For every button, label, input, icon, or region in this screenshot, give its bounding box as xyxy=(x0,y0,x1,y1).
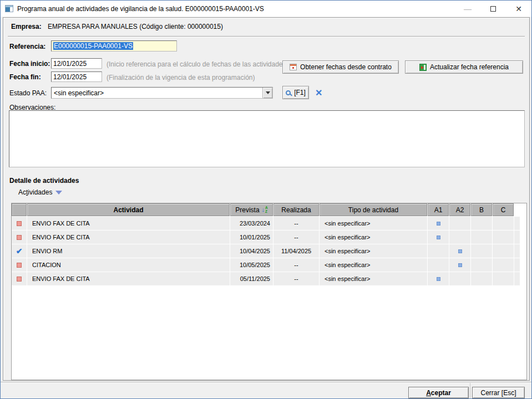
cell-actividad: ENVIO RM xyxy=(27,244,230,258)
cell-tipo: <sin especificar> xyxy=(320,258,427,272)
observaciones-textarea[interactable] xyxy=(9,110,525,167)
cell-realizada: -- xyxy=(273,231,319,244)
go-arrow-icon xyxy=(419,64,427,71)
cell-tipo: <sin especificar> xyxy=(320,231,427,244)
cell-b xyxy=(471,244,492,258)
cell-filler xyxy=(514,258,520,272)
aceptar-label: Aceptar xyxy=(426,389,451,397)
blue-mark-icon xyxy=(458,263,462,267)
blue-mark-icon xyxy=(437,277,440,281)
table-header-row: Actividad Prevista ↓ AZ Realizada Tipo d… xyxy=(12,203,520,216)
referencia-label: Referencia: xyxy=(9,43,45,50)
cell-b xyxy=(471,217,492,230)
table-row[interactable]: ENVIO FAX DE CITA23/03/2024--<sin especi… xyxy=(12,217,520,230)
cell-filler xyxy=(514,272,520,285)
cell-filler xyxy=(514,231,520,244)
estado-paa-combobox[interactable]: <sin especificar> xyxy=(51,87,273,99)
cerrar-label: Cerrar [Esc] xyxy=(480,389,516,397)
table-row[interactable]: ENVIO FAX DE CITA10/01/2025--<sin especi… xyxy=(12,231,520,244)
actividades-menu-label: Actividades xyxy=(18,188,52,196)
app-icon xyxy=(5,5,13,12)
cell-realizada: -- xyxy=(273,272,319,285)
header-a2[interactable]: A2 xyxy=(449,203,470,216)
header-b[interactable]: B xyxy=(471,203,492,216)
header-c[interactable]: C xyxy=(493,203,514,216)
cell-filler xyxy=(514,244,520,258)
cell-realizada: -- xyxy=(273,217,319,230)
referencia-input[interactable]: E000000015-PAA0001-VS xyxy=(51,40,177,52)
table-body: ENVIO FAX DE CITA23/03/2024--<sin especi… xyxy=(12,217,520,285)
cell-b xyxy=(471,231,492,244)
fecha-inicio-label: Fecha inicio: xyxy=(9,60,50,68)
fecha-fin-value: 12/01/2025 xyxy=(53,73,87,81)
cell-actividad: ENVIO FAX DE CITA xyxy=(27,217,230,230)
cell-c xyxy=(493,217,514,230)
header-prevista-label: Prevista xyxy=(235,206,259,214)
cell-filler xyxy=(514,217,520,230)
search-icon xyxy=(286,90,291,95)
fecha-inicio-value: 12/01/2025 xyxy=(53,60,87,68)
fecha-inicio-input[interactable]: 12/01/2025 xyxy=(51,58,102,69)
cell-a1 xyxy=(428,272,449,285)
status-done-check-icon: ✔ xyxy=(12,244,27,258)
obtener-fechas-label: Obtener fechas desde contrato xyxy=(300,63,392,71)
fecha-fin-label: Fecha fin: xyxy=(9,73,41,81)
cell-prevista: 10/01/2025 xyxy=(230,231,273,244)
actividades-menu-button[interactable]: Actividades xyxy=(18,188,62,196)
status-pending-square-icon xyxy=(12,272,27,285)
contract-window-icon xyxy=(290,64,297,70)
footer-separator xyxy=(1,382,531,383)
separator xyxy=(8,36,525,37)
header-tipo[interactable]: Tipo de actividad xyxy=(320,203,427,216)
aceptar-button[interactable]: Aceptar xyxy=(408,387,469,398)
minimize-button[interactable]: — xyxy=(455,1,480,17)
window-title: Programa anual de actividades de vigilan… xyxy=(17,5,264,13)
estado-paa-value: <sin especificar> xyxy=(52,89,262,97)
red-square-icon xyxy=(17,235,22,240)
header-a1[interactable]: A1 xyxy=(428,203,449,216)
actualizar-fecha-label: Actualizar fecha referencia xyxy=(430,63,509,71)
chevron-down-icon[interactable] xyxy=(262,88,272,98)
blue-mark-icon xyxy=(437,236,440,239)
status-pending-square-icon xyxy=(12,258,27,272)
header-actividad[interactable]: Actividad xyxy=(27,203,230,216)
empresa-label: Empresa: xyxy=(11,23,42,30)
header-prevista[interactable]: Prevista ↓ AZ xyxy=(230,203,273,216)
header-status-column[interactable] xyxy=(12,203,27,216)
cell-b xyxy=(471,258,492,272)
cell-prevista: 23/03/2024 xyxy=(230,217,273,230)
status-pending-square-icon xyxy=(12,231,27,244)
buscar-f1-button[interactable]: [F1] xyxy=(282,86,309,99)
sort-ascending-icon: ↓ AZ xyxy=(262,206,268,214)
maximize-button[interactable] xyxy=(480,1,506,17)
obtener-fechas-button[interactable]: Obtener fechas desde contrato xyxy=(282,60,399,74)
cell-tipo: <sin especificar> xyxy=(320,217,427,230)
close-button[interactable]: ✕ xyxy=(506,1,531,17)
cell-tipo: <sin especificar> xyxy=(320,244,427,258)
clear-x-icon[interactable]: ✕ xyxy=(315,88,322,98)
cell-a2 xyxy=(449,244,470,258)
fecha-fin-input[interactable]: 12/01/2025 xyxy=(51,71,102,82)
fecha-fin-hint: (Finalización de la vigencia de esta pro… xyxy=(107,74,255,81)
maximize-icon xyxy=(490,6,496,12)
cell-actividad: CITACION xyxy=(27,258,230,272)
cell-c xyxy=(493,258,514,272)
cell-prevista: 05/11/2025 xyxy=(230,272,273,285)
cell-realizada: -- xyxy=(273,258,319,272)
cell-a1 xyxy=(428,231,449,244)
table-row[interactable]: ✔ENVIO RM10/04/202511/04/2025<sin especi… xyxy=(12,244,520,258)
table-row[interactable]: CITACION10/05/2025--<sin especificar> xyxy=(12,258,520,272)
header-realizada[interactable]: Realizada xyxy=(273,203,319,216)
title-bar: Programa anual de actividades de vigilan… xyxy=(1,1,531,17)
cell-a2 xyxy=(449,272,470,285)
cerrar-button[interactable]: Cerrar [Esc] xyxy=(472,387,525,398)
cell-prevista: 10/04/2025 xyxy=(230,244,273,258)
table-row[interactable]: ENVIO FAX DE CITA05/11/2025--<sin especi… xyxy=(12,272,520,285)
cell-a2 xyxy=(449,231,470,244)
cell-a2 xyxy=(449,217,470,230)
menu-dropdown-triangle-icon xyxy=(55,191,62,195)
actualizar-fecha-button[interactable]: Actualizar fecha referencia xyxy=(405,60,523,74)
referencia-selected-text: E000000015-PAA0001-VS xyxy=(53,42,133,50)
footer-divider xyxy=(470,383,470,398)
blue-mark-icon xyxy=(437,222,440,226)
